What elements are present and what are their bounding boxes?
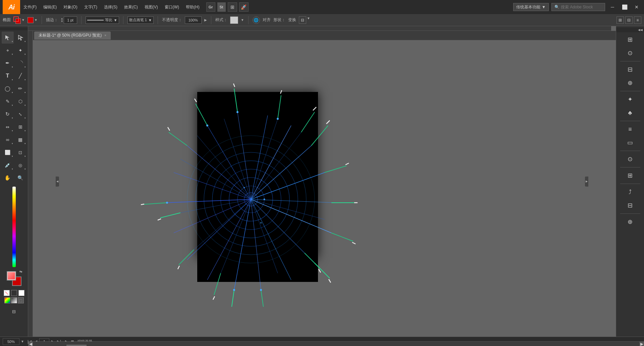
- scale-tool[interactable]: ⤡ ▾: [14, 108, 26, 120]
- slice-tool[interactable]: ⊡ ▾: [14, 146, 26, 158]
- panel-stroke-btn[interactable]: ≡: [624, 123, 636, 135]
- menu-type[interactable]: 文字(T): [81, 0, 101, 14]
- panel-sep-4: [620, 151, 640, 151]
- menu-select[interactable]: 选择(S): [101, 0, 121, 14]
- gradient-icon[interactable]: [11, 297, 17, 303]
- eyedropper-tool[interactable]: 💉 ▾: [2, 159, 14, 171]
- free-transform-tool[interactable]: ⊞ ▾: [14, 121, 26, 133]
- menu-object[interactable]: 对象(O): [60, 0, 80, 14]
- lasso-tool[interactable]: ⌖ ▾: [2, 44, 14, 56]
- panel-appearance-btn[interactable]: ⊙: [624, 153, 636, 165]
- zoom-dropdown-arrow[interactable]: ▼: [21, 340, 24, 343]
- panel-properties-btn[interactable]: ⊙: [624, 47, 636, 59]
- opacity-more-btn[interactable]: ▶: [204, 18, 207, 22]
- rotate-tool[interactable]: ↻ ▾: [2, 108, 14, 120]
- stroke-style-dropdown[interactable]: 等比 ▼: [86, 16, 119, 24]
- menu-layout-btn[interactable]: ≡: [634, 16, 641, 24]
- workspace-selector[interactable]: 传统基本功能 ▼: [513, 3, 549, 11]
- scroll-right-btn[interactable]: ▶: [639, 342, 644, 346]
- svg-line-68: [213, 296, 215, 300]
- magic-wand-tool[interactable]: ✦ ▾: [14, 44, 26, 56]
- panel-libraries-btn[interactable]: ⊞: [624, 34, 636, 46]
- panel-transform-btn[interactable]: ⊕: [624, 77, 636, 89]
- search-bar[interactable]: 🔍 搜索 Adobe Stock: [551, 3, 605, 11]
- curvature-tool[interactable]: ⌒ ▾: [14, 57, 26, 69]
- zoom-tool[interactable]: 🔍: [14, 172, 26, 184]
- color-icon[interactable]: [4, 297, 10, 303]
- document-tab[interactable]: 未标题-1* @ 50% (RGB/GPU 预览) ×: [34, 32, 111, 40]
- measure-tool[interactable]: ◎ ▾: [14, 159, 26, 171]
- maximize-btn[interactable]: ⬜: [620, 2, 629, 12]
- stroke-down-arrow[interactable]: ▼: [61, 20, 63, 23]
- panel-links-btn[interactable]: ✦: [624, 93, 636, 105]
- pattern-icon[interactable]: ⬚: [18, 297, 24, 303]
- shaper-tool[interactable]: ⬡ ▾: [14, 95, 26, 107]
- menu-view[interactable]: 视图(V): [141, 0, 161, 14]
- stroke-fill-swatch[interactable]: [13, 16, 21, 24]
- grid-view-btn[interactable]: ⊞: [228, 2, 237, 12]
- line-tool[interactable]: ╱ ▾: [14, 70, 26, 82]
- scroll-left-btn[interactable]: ◀: [28, 342, 33, 346]
- hand-tool[interactable]: ✋: [2, 172, 14, 184]
- grid-layout-btn[interactable]: ⊞: [616, 16, 624, 24]
- canvas-scroll[interactable]: ▲ ▼: [33, 45, 616, 337]
- panel-layout-btn[interactable]: ⊟: [625, 16, 633, 24]
- panel-pathfinder-btn[interactable]: ⊞: [624, 169, 636, 182]
- column-graph-tool[interactable]: ▦ ▾: [14, 134, 26, 146]
- panel-navigator-btn[interactable]: ⊕: [624, 216, 636, 228]
- horizontal-scrollbar[interactable]: ◀ ▶: [28, 341, 644, 346]
- pen-tool[interactable]: ✒ ▾: [2, 57, 14, 69]
- swap-colors-btn[interactable]: ⇆: [19, 270, 22, 274]
- menu-effect[interactable]: 效果(C): [121, 0, 141, 14]
- arrange-dropdown[interactable]: ▼: [307, 16, 310, 24]
- menu-help[interactable]: 帮助(H): [182, 0, 203, 14]
- tool-row-8: ⇔ ▾ ⊞ ▾: [2, 121, 26, 133]
- width-tool[interactable]: ⇔ ▾: [2, 121, 14, 133]
- tool-row-3: ✒ ▾ ⌒ ▾: [2, 57, 26, 69]
- rocket-btn[interactable]: 🚀: [239, 2, 249, 12]
- h-scroll-thumb[interactable]: [66, 345, 87, 346]
- close-btn[interactable]: ✕: [632, 2, 641, 12]
- minimize-btn[interactable]: ─: [608, 2, 617, 12]
- type-tool[interactable]: T ▾: [2, 70, 14, 82]
- black-color-btn[interactable]: [11, 290, 17, 296]
- menu-file[interactable]: 文件(F): [20, 0, 40, 14]
- panel-export-btn[interactable]: ⤴: [624, 186, 636, 198]
- options-bar: 椭圆 ▼ ▼ 描边： ▲ ▼ 等比 ▼ 散点画笔 1 ▼ 不透明度： ▶ 样式：: [0, 14, 644, 26]
- tool-row-6: ✎ ▾ ⬡ ▾: [2, 95, 26, 107]
- menu-edit[interactable]: 编辑(E): [40, 0, 60, 14]
- panel-shape-btn[interactable]: ▭: [624, 137, 636, 149]
- style-swatch[interactable]: [230, 16, 238, 24]
- zoom-input[interactable]: 50%: [3, 338, 19, 345]
- menu-window[interactable]: 窗口(W): [161, 0, 182, 14]
- ellipse-tool[interactable]: ◯ ▾: [2, 83, 14, 95]
- panel-symbols-btn[interactable]: ♣: [624, 107, 636, 119]
- tab-close-btn[interactable]: ×: [104, 34, 106, 37]
- arrange-icon[interactable]: ⊟: [299, 16, 306, 24]
- artboard-tool[interactable]: ⬜ ▾: [2, 146, 14, 158]
- stroke-width-input[interactable]: [64, 16, 77, 24]
- canvas-area[interactable]: 未标题-1* @ 50% (RGB/GPU 预览) ×: [28, 26, 616, 337]
- gr-icon-btn[interactable]: Gr: [206, 2, 215, 12]
- select-tool[interactable]: ▾: [2, 32, 14, 44]
- panel-collapse-top[interactable]: ◀◀: [616, 28, 644, 32]
- right-panel-collapse-btn[interactable]: ▶: [585, 177, 588, 187]
- shape-type-label: 椭圆: [3, 17, 11, 23]
- foreground-color-swatch[interactable]: [7, 271, 16, 281]
- panel-align-btn[interactable]: ⊟: [624, 63, 636, 76]
- globe-icon[interactable]: 🌐: [253, 16, 260, 24]
- edit-mode-btn[interactable]: ⊟: [7, 307, 21, 316]
- paintbrush-tool[interactable]: ✏ ▾: [14, 83, 26, 95]
- opacity-input[interactable]: [185, 16, 202, 24]
- style-dropdown-arrow[interactable]: ▼: [241, 18, 244, 22]
- shape-label2: 形状：: [273, 17, 285, 23]
- left-panel-collapse-btn[interactable]: ◀: [56, 177, 59, 187]
- direct-select-tool[interactable]: ▾: [14, 32, 26, 44]
- none-color-btn[interactable]: [4, 290, 10, 296]
- panel-artboard-btn[interactable]: ⊟: [624, 199, 636, 211]
- pencil-tool[interactable]: ✎ ▾: [2, 95, 14, 107]
- st-icon-btn[interactable]: St: [217, 2, 226, 12]
- brush-dropdown[interactable]: 散点画笔 1 ▼: [127, 16, 154, 24]
- fill-swatch[interactable]: [28, 17, 34, 23]
- blend-tool[interactable]: ∞ ▾: [2, 134, 14, 146]
